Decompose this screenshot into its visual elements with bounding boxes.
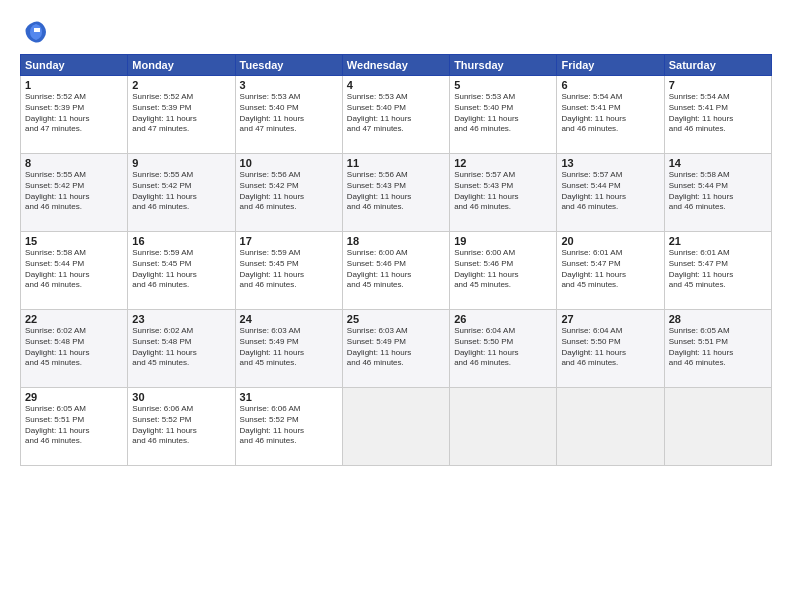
- day-cell: 14Sunrise: 5:58 AM Sunset: 5:44 PM Dayli…: [664, 154, 771, 232]
- day-number: 28: [669, 313, 767, 325]
- day-cell: 5Sunrise: 5:53 AM Sunset: 5:40 PM Daylig…: [450, 76, 557, 154]
- day-number: 2: [132, 79, 230, 91]
- day-number: 20: [561, 235, 659, 247]
- day-info: Sunrise: 5:55 AM Sunset: 5:42 PM Dayligh…: [25, 170, 123, 213]
- day-cell: 4Sunrise: 5:53 AM Sunset: 5:40 PM Daylig…: [342, 76, 449, 154]
- day-info: Sunrise: 5:53 AM Sunset: 5:40 PM Dayligh…: [454, 92, 552, 135]
- header-cell-tuesday: Tuesday: [235, 55, 342, 76]
- day-number: 4: [347, 79, 445, 91]
- header: [20, 18, 772, 46]
- day-info: Sunrise: 5:56 AM Sunset: 5:42 PM Dayligh…: [240, 170, 338, 213]
- day-info: Sunrise: 6:01 AM Sunset: 5:47 PM Dayligh…: [669, 248, 767, 291]
- day-info: Sunrise: 5:53 AM Sunset: 5:40 PM Dayligh…: [347, 92, 445, 135]
- day-info: Sunrise: 6:02 AM Sunset: 5:48 PM Dayligh…: [132, 326, 230, 369]
- day-number: 29: [25, 391, 123, 403]
- day-cell: 29Sunrise: 6:05 AM Sunset: 5:51 PM Dayli…: [21, 388, 128, 466]
- day-cell: 6Sunrise: 5:54 AM Sunset: 5:41 PM Daylig…: [557, 76, 664, 154]
- day-info: Sunrise: 6:02 AM Sunset: 5:48 PM Dayligh…: [25, 326, 123, 369]
- day-number: 22: [25, 313, 123, 325]
- day-info: Sunrise: 5:53 AM Sunset: 5:40 PM Dayligh…: [240, 92, 338, 135]
- day-cell: 19Sunrise: 6:00 AM Sunset: 5:46 PM Dayli…: [450, 232, 557, 310]
- calendar-body: 1Sunrise: 5:52 AM Sunset: 5:39 PM Daylig…: [21, 76, 772, 466]
- day-cell: 9Sunrise: 5:55 AM Sunset: 5:42 PM Daylig…: [128, 154, 235, 232]
- week-row-2: 8Sunrise: 5:55 AM Sunset: 5:42 PM Daylig…: [21, 154, 772, 232]
- day-number: 7: [669, 79, 767, 91]
- day-info: Sunrise: 5:57 AM Sunset: 5:43 PM Dayligh…: [454, 170, 552, 213]
- day-info: Sunrise: 5:57 AM Sunset: 5:44 PM Dayligh…: [561, 170, 659, 213]
- day-number: 19: [454, 235, 552, 247]
- day-info: Sunrise: 6:05 AM Sunset: 5:51 PM Dayligh…: [669, 326, 767, 369]
- day-info: Sunrise: 6:04 AM Sunset: 5:50 PM Dayligh…: [561, 326, 659, 369]
- day-cell: 26Sunrise: 6:04 AM Sunset: 5:50 PM Dayli…: [450, 310, 557, 388]
- week-row-1: 1Sunrise: 5:52 AM Sunset: 5:39 PM Daylig…: [21, 76, 772, 154]
- day-info: Sunrise: 6:05 AM Sunset: 5:51 PM Dayligh…: [25, 404, 123, 447]
- day-number: 30: [132, 391, 230, 403]
- header-cell-wednesday: Wednesday: [342, 55, 449, 76]
- day-cell: 7Sunrise: 5:54 AM Sunset: 5:41 PM Daylig…: [664, 76, 771, 154]
- day-cell: 10Sunrise: 5:56 AM Sunset: 5:42 PM Dayli…: [235, 154, 342, 232]
- calendar-header: SundayMondayTuesdayWednesdayThursdayFrid…: [21, 55, 772, 76]
- header-cell-thursday: Thursday: [450, 55, 557, 76]
- day-number: 16: [132, 235, 230, 247]
- day-cell: [557, 388, 664, 466]
- day-cell: [342, 388, 449, 466]
- week-row-5: 29Sunrise: 6:05 AM Sunset: 5:51 PM Dayli…: [21, 388, 772, 466]
- day-number: 1: [25, 79, 123, 91]
- logo: [20, 18, 52, 46]
- day-info: Sunrise: 6:06 AM Sunset: 5:52 PM Dayligh…: [240, 404, 338, 447]
- day-cell: 12Sunrise: 5:57 AM Sunset: 5:43 PM Dayli…: [450, 154, 557, 232]
- day-info: Sunrise: 5:59 AM Sunset: 5:45 PM Dayligh…: [132, 248, 230, 291]
- day-cell: 22Sunrise: 6:02 AM Sunset: 5:48 PM Dayli…: [21, 310, 128, 388]
- day-number: 3: [240, 79, 338, 91]
- day-cell: 16Sunrise: 5:59 AM Sunset: 5:45 PM Dayli…: [128, 232, 235, 310]
- day-info: Sunrise: 5:54 AM Sunset: 5:41 PM Dayligh…: [561, 92, 659, 135]
- day-number: 14: [669, 157, 767, 169]
- day-number: 12: [454, 157, 552, 169]
- calendar: SundayMondayTuesdayWednesdayThursdayFrid…: [20, 54, 772, 466]
- week-row-4: 22Sunrise: 6:02 AM Sunset: 5:48 PM Dayli…: [21, 310, 772, 388]
- day-info: Sunrise: 5:58 AM Sunset: 5:44 PM Dayligh…: [25, 248, 123, 291]
- day-info: Sunrise: 5:59 AM Sunset: 5:45 PM Dayligh…: [240, 248, 338, 291]
- day-cell: 1Sunrise: 5:52 AM Sunset: 5:39 PM Daylig…: [21, 76, 128, 154]
- day-number: 18: [347, 235, 445, 247]
- day-info: Sunrise: 6:01 AM Sunset: 5:47 PM Dayligh…: [561, 248, 659, 291]
- day-number: 26: [454, 313, 552, 325]
- day-info: Sunrise: 6:03 AM Sunset: 5:49 PM Dayligh…: [240, 326, 338, 369]
- day-cell: [450, 388, 557, 466]
- day-number: 13: [561, 157, 659, 169]
- day-cell: 27Sunrise: 6:04 AM Sunset: 5:50 PM Dayli…: [557, 310, 664, 388]
- day-cell: 28Sunrise: 6:05 AM Sunset: 5:51 PM Dayli…: [664, 310, 771, 388]
- day-cell: 17Sunrise: 5:59 AM Sunset: 5:45 PM Dayli…: [235, 232, 342, 310]
- day-number: 10: [240, 157, 338, 169]
- logo-icon: [20, 18, 48, 46]
- day-info: Sunrise: 5:58 AM Sunset: 5:44 PM Dayligh…: [669, 170, 767, 213]
- day-cell: 24Sunrise: 6:03 AM Sunset: 5:49 PM Dayli…: [235, 310, 342, 388]
- day-number: 8: [25, 157, 123, 169]
- day-number: 11: [347, 157, 445, 169]
- day-number: 6: [561, 79, 659, 91]
- page: SundayMondayTuesdayWednesdayThursdayFrid…: [0, 0, 792, 612]
- day-number: 5: [454, 79, 552, 91]
- header-cell-saturday: Saturday: [664, 55, 771, 76]
- day-info: Sunrise: 6:03 AM Sunset: 5:49 PM Dayligh…: [347, 326, 445, 369]
- day-cell: 31Sunrise: 6:06 AM Sunset: 5:52 PM Dayli…: [235, 388, 342, 466]
- header-row: SundayMondayTuesdayWednesdayThursdayFrid…: [21, 55, 772, 76]
- day-info: Sunrise: 5:56 AM Sunset: 5:43 PM Dayligh…: [347, 170, 445, 213]
- day-cell: [664, 388, 771, 466]
- day-info: Sunrise: 6:00 AM Sunset: 5:46 PM Dayligh…: [454, 248, 552, 291]
- day-info: Sunrise: 6:04 AM Sunset: 5:50 PM Dayligh…: [454, 326, 552, 369]
- day-number: 23: [132, 313, 230, 325]
- day-info: Sunrise: 6:00 AM Sunset: 5:46 PM Dayligh…: [347, 248, 445, 291]
- day-cell: 18Sunrise: 6:00 AM Sunset: 5:46 PM Dayli…: [342, 232, 449, 310]
- header-cell-monday: Monday: [128, 55, 235, 76]
- day-number: 25: [347, 313, 445, 325]
- day-cell: 2Sunrise: 5:52 AM Sunset: 5:39 PM Daylig…: [128, 76, 235, 154]
- day-info: Sunrise: 6:06 AM Sunset: 5:52 PM Dayligh…: [132, 404, 230, 447]
- day-cell: 3Sunrise: 5:53 AM Sunset: 5:40 PM Daylig…: [235, 76, 342, 154]
- day-cell: 20Sunrise: 6:01 AM Sunset: 5:47 PM Dayli…: [557, 232, 664, 310]
- day-number: 9: [132, 157, 230, 169]
- day-cell: 30Sunrise: 6:06 AM Sunset: 5:52 PM Dayli…: [128, 388, 235, 466]
- day-info: Sunrise: 5:52 AM Sunset: 5:39 PM Dayligh…: [25, 92, 123, 135]
- header-cell-sunday: Sunday: [21, 55, 128, 76]
- day-cell: 25Sunrise: 6:03 AM Sunset: 5:49 PM Dayli…: [342, 310, 449, 388]
